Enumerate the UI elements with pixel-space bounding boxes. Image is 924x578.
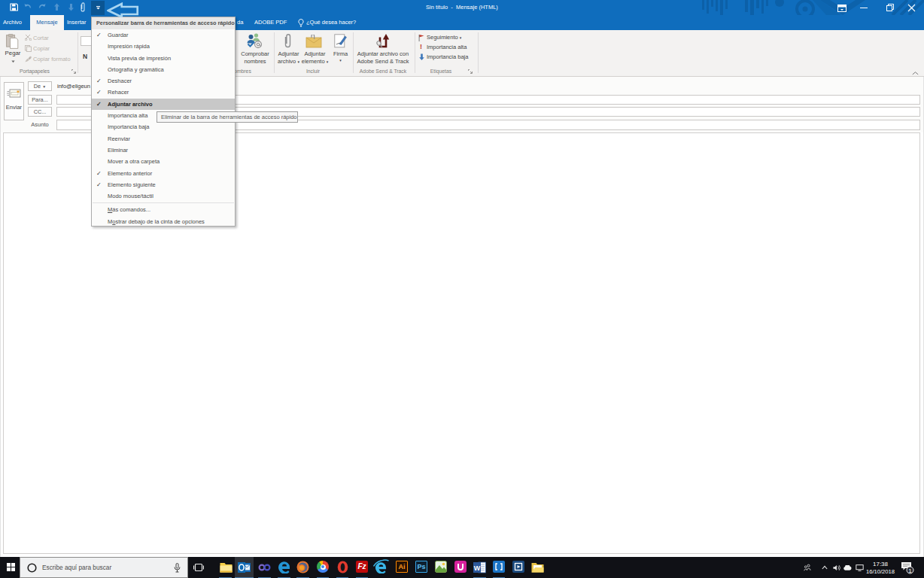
svg-text:1: 1 [908, 567, 912, 574]
svg-text:W: W [474, 564, 481, 572]
